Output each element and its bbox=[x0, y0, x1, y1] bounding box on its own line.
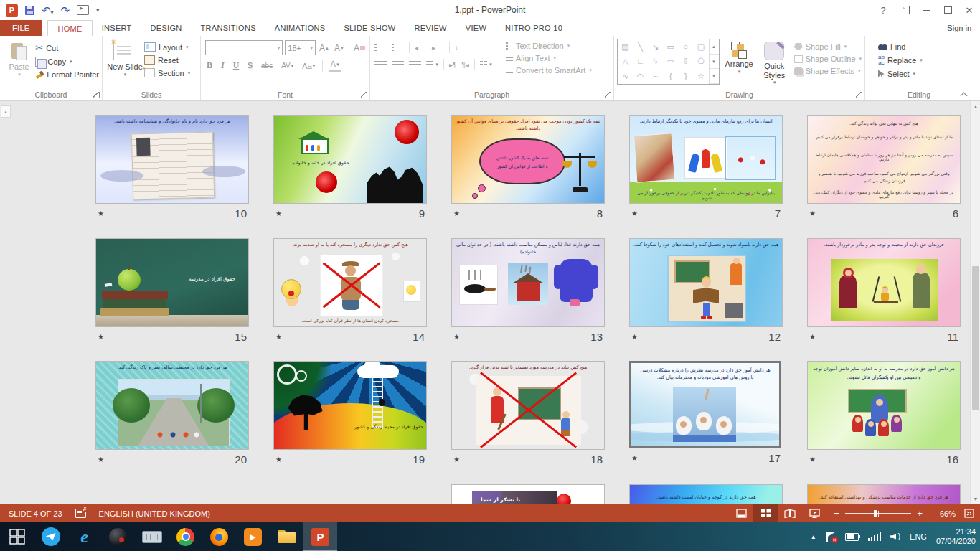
transition-star-icon[interactable]: ★ bbox=[809, 456, 816, 463]
fit-slide-to-window-button[interactable] bbox=[958, 504, 980, 522]
slide-thumbnail-20[interactable]: هر فرد حق دارد در محیطی سالم، تمیز و پاک… bbox=[95, 361, 249, 450]
increase-indent-icon[interactable]: ▸ bbox=[432, 43, 444, 52]
new-slide-button[interactable]: New Slide▾ bbox=[105, 39, 144, 88]
paragraph-dialog-launcher-icon[interactable] bbox=[605, 92, 611, 98]
shapes-scroll-up-icon[interactable]: ▲ bbox=[710, 39, 719, 55]
tab-file[interactable]: FILE bbox=[0, 20, 42, 36]
font-dialog-launcher-icon[interactable] bbox=[361, 92, 367, 98]
shape-effects-button[interactable]: Shape Effects▾ bbox=[794, 67, 862, 75]
transition-star-icon[interactable]: ★ bbox=[98, 209, 104, 217]
format-painter-button[interactable]: Format Painter bbox=[35, 70, 99, 79]
shapes-scroll-down-icon[interactable]: ▼ bbox=[710, 55, 719, 70]
tab-transitions[interactable]: TRANSITIONS bbox=[192, 20, 265, 36]
vertical-scrollbar[interactable]: ▲ ▼ bbox=[970, 101, 980, 504]
transition-star-icon[interactable]: ★ bbox=[453, 456, 460, 463]
transition-star-icon[interactable]: ★ bbox=[809, 333, 816, 341]
battery-icon[interactable] bbox=[845, 533, 859, 541]
justify-icon[interactable]: ▾ bbox=[426, 60, 438, 69]
clipboard-dialog-launcher-icon[interactable] bbox=[93, 92, 100, 98]
start-from-beginning-icon[interactable] bbox=[77, 5, 89, 15]
close-icon[interactable]: ✕ bbox=[958, 0, 980, 20]
taskbar-file-explorer-icon[interactable] bbox=[270, 522, 303, 551]
tab-design[interactable]: DESIGN bbox=[141, 20, 192, 36]
bold-button[interactable]: B bbox=[205, 60, 214, 71]
font-size-combo[interactable]: 18+▾ bbox=[285, 40, 316, 55]
taskbar-powerpoint-icon[interactable]: P bbox=[303, 522, 337, 551]
slide-thumbnail-8[interactable]: تبعه یک کشور بودن موجب می شود افراد حقوق… bbox=[451, 115, 605, 204]
layout-button[interactable]: Layout▾ bbox=[144, 42, 190, 52]
arrange-button[interactable]: Arrange▾ bbox=[724, 39, 755, 88]
slide-thumbnail-18[interactable]: هیچ کس نباید در مدرسه مورد تمسخر یا تنبی… bbox=[451, 361, 605, 450]
section-button[interactable]: Section▾ bbox=[144, 68, 190, 77]
align-left-icon[interactable] bbox=[374, 60, 387, 69]
line-spacing-icon[interactable]: ↕ bbox=[455, 43, 467, 52]
taskbar-browser-sphere-icon[interactable] bbox=[101, 522, 135, 551]
taskbar-on-screen-keyboard-icon[interactable] bbox=[135, 522, 169, 551]
transition-star-icon[interactable]: ★ bbox=[631, 209, 638, 217]
collapse-ribbon-icon[interactable] bbox=[961, 91, 967, 98]
slide-thumbnail-7[interactable]: انسان ها برای رفع نیازهای مادی و معنوی خ… bbox=[629, 115, 783, 204]
spell-check-icon[interactable] bbox=[75, 509, 86, 518]
align-text-button[interactable]: Align Text▾ bbox=[506, 54, 592, 62]
find-button[interactable]: Find bbox=[878, 42, 970, 51]
taskbar-telegram-icon[interactable] bbox=[34, 522, 67, 551]
show-hidden-icons-chevron[interactable]: ▲ bbox=[811, 534, 816, 540]
slide-thumbnail-11[interactable]: فرزندان حق دارند از محبت و توجه پدر و ما… bbox=[807, 238, 961, 327]
slide-thumbnail-15[interactable]: حقوق افراد در مدرسه bbox=[95, 238, 249, 327]
slide-thumbnail-17[interactable]: هر دانش آموز حق دارد در مدرسه نظرش را در… bbox=[629, 361, 781, 448]
align-right-icon[interactable] bbox=[409, 60, 421, 69]
minimize-icon[interactable] bbox=[915, 0, 937, 20]
tab-home[interactable]: HOME bbox=[47, 20, 92, 36]
transition-star-icon[interactable]: ★ bbox=[98, 456, 104, 463]
slide-thumbnail-partial[interactable]: با تشکر از شما bbox=[451, 484, 605, 504]
font-name-combo[interactable]: ▾ bbox=[205, 40, 283, 55]
normal-view-button[interactable] bbox=[729, 504, 753, 522]
redo-icon[interactable]: ↷ bbox=[61, 5, 70, 16]
slide-thumbnail-6[interactable]: هیچ کس به تنهایی نمی تواند زندگی کند. ما… bbox=[807, 115, 961, 204]
left-scroll-arrow[interactable]: ▲ bbox=[1, 105, 11, 118]
slide-show-button[interactable] bbox=[802, 504, 826, 522]
help-icon[interactable]: ? bbox=[872, 0, 894, 20]
align-center-icon[interactable] bbox=[392, 60, 404, 69]
speaker-icon[interactable] bbox=[890, 532, 900, 542]
left-to-right-icon[interactable]: ▸¶ bbox=[449, 61, 456, 69]
tab-review[interactable]: REVIEW bbox=[405, 20, 456, 36]
scrollbar-up-icon[interactable]: ▲ bbox=[971, 101, 980, 112]
slide-thumbnail-19[interactable]: حقوق افراد در محیط زندگی و کشور bbox=[273, 361, 427, 450]
ribbon-display-options-icon[interactable] bbox=[894, 0, 915, 20]
numbering-icon[interactable] bbox=[392, 43, 404, 52]
paste-button[interactable]: Paste▾ bbox=[3, 39, 35, 88]
zoom-slider-thumb[interactable] bbox=[874, 510, 877, 517]
network-signal-icon[interactable] bbox=[868, 532, 882, 541]
slide-thumbnail-partial[interactable]: هر فرد حق دارد از خدمات مناسب پزشکی و به… bbox=[807, 484, 961, 504]
taskbar-chrome-icon[interactable] bbox=[169, 522, 202, 551]
customize-qat-icon[interactable]: ▾ bbox=[96, 7, 99, 14]
italic-button[interactable]: I bbox=[220, 60, 226, 71]
powerpoint-logo-icon[interactable]: P bbox=[6, 4, 18, 17]
tray-clock[interactable]: 21:34 07/04/2020 bbox=[936, 527, 976, 546]
font-color-button[interactable]: A▾ bbox=[329, 60, 341, 72]
bullets-icon[interactable] bbox=[374, 43, 387, 52]
select-button[interactable]: Select▾ bbox=[878, 70, 970, 78]
slide-sorter-view-button[interactable] bbox=[753, 504, 778, 522]
slide-thumbnail-14[interactable]: هیچ کس حق ندارد دیگری را مسخره کند یا به… bbox=[273, 238, 427, 327]
drawing-dialog-launcher-icon[interactable] bbox=[856, 92, 862, 98]
convert-to-smartart-button[interactable]: Convert to SmartArt▾ bbox=[506, 66, 592, 75]
tab-insert[interactable]: INSERT bbox=[93, 20, 141, 36]
transition-star-icon[interactable]: ★ bbox=[453, 209, 460, 217]
strikethrough-button[interactable]: abc bbox=[260, 62, 274, 70]
shape-fill-button[interactable]: Shape Fill▾ bbox=[794, 42, 862, 51]
tab-animations[interactable]: ANIMATIONS bbox=[265, 20, 335, 36]
tab-nitro-pro[interactable]: NITRO PRO 10 bbox=[496, 20, 572, 36]
change-case-button[interactable]: Aa▾ bbox=[301, 62, 316, 70]
replace-button[interactable]: abacReplace▾ bbox=[878, 55, 970, 66]
slide-thumbnail-10[interactable]: هر فرد حق دارد نام و نام خانوادگی و شناس… bbox=[95, 115, 249, 204]
decrease-indent-icon[interactable]: ◂ bbox=[415, 43, 427, 52]
tray-language-indicator[interactable]: ENG bbox=[910, 532, 927, 541]
transition-star-icon[interactable]: ★ bbox=[275, 456, 282, 463]
transition-star-icon[interactable]: ★ bbox=[809, 209, 816, 217]
sign-in-link[interactable]: Sign in bbox=[947, 20, 971, 36]
taskbar-media-player-icon[interactable]: ▶ bbox=[236, 522, 270, 551]
right-to-left-icon[interactable]: ¶◂ bbox=[461, 61, 468, 69]
transition-star-icon[interactable]: ★ bbox=[453, 333, 460, 341]
